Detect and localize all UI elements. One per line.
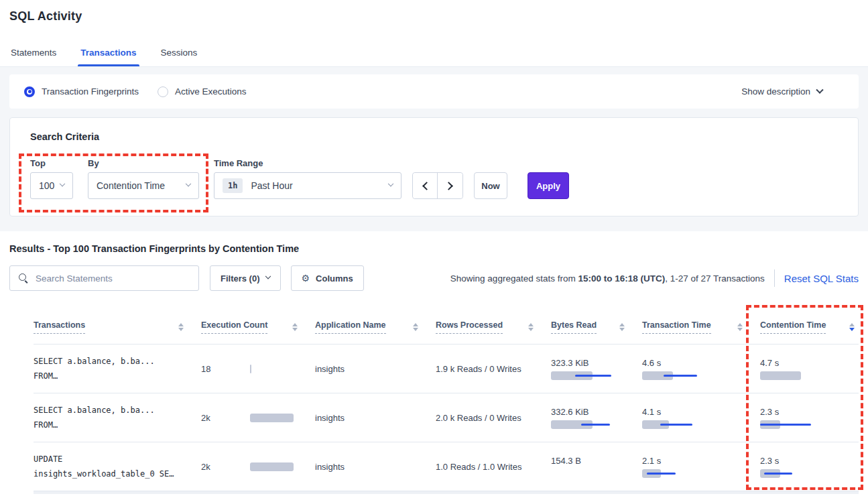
application-name-cell: insights — [315, 413, 436, 423]
tab-sessions[interactable]: Sessions — [160, 41, 199, 66]
page-header: SQL Activity Statements Transactions Ses… — [0, 0, 868, 67]
radio-unselected-icon[interactable] — [158, 86, 168, 97]
bytes-read-cell: 154.3 B — [551, 456, 642, 478]
application-name-cell: insights — [315, 364, 436, 374]
transaction-time-bar — [642, 371, 709, 380]
results-section: Results - Top 100 Transaction Fingerprin… — [0, 243, 868, 494]
table-bottom-strip — [34, 491, 859, 494]
chevron-down-icon — [265, 273, 270, 279]
sql-activity-page: SQL Activity Statements Transactions Ses… — [0, 0, 868, 496]
previous-time-button[interactable] — [413, 173, 438, 198]
view-toggle-bar: Transaction Fingerprints Active Executio… — [9, 74, 859, 109]
chevron-down-icon — [186, 181, 191, 186]
transactions-table: Transactions Execution Count Application… — [9, 310, 859, 494]
radio-selected-icon[interactable] — [24, 86, 35, 97]
table-header-row: Transactions Execution Count Application… — [34, 310, 859, 344]
transaction-fingerprint-link[interactable]: SELECT a.balance, b.ba... FROM… — [34, 406, 201, 430]
by-select[interactable]: Contention Time — [88, 172, 199, 199]
sort-icon[interactable] — [737, 323, 743, 331]
execution-count-cell: 2k — [201, 462, 315, 472]
next-time-button[interactable] — [438, 173, 462, 198]
radio-transaction-fingerprints[interactable]: Transaction Fingerprints — [24, 86, 139, 97]
arrow-right-icon — [444, 182, 453, 190]
by-field: By Contention Time — [88, 158, 199, 199]
chevron-down-icon — [388, 181, 393, 186]
time-range-select[interactable]: 1h Past Hour — [214, 172, 401, 199]
column-header-transaction-time[interactable]: Transaction Time — [642, 320, 760, 334]
criteria-controls: Top 100 By Contention Time Time Range — [30, 158, 858, 199]
top-select[interactable]: 100 — [30, 172, 73, 199]
sort-icon[interactable] — [178, 323, 184, 331]
chevron-down-icon — [816, 86, 823, 93]
contention-time-bar — [760, 371, 827, 380]
transaction-time-bar — [642, 420, 709, 429]
column-header-application-name[interactable]: Application Name — [315, 320, 436, 334]
bytes-read-bar — [551, 420, 618, 429]
table-row[interactable]: SELECT a.balance, b.ba... FROM… 2k insig… — [34, 393, 859, 442]
time-step-buttons — [412, 172, 463, 199]
filters-button[interactable]: Filters (0) — [210, 265, 281, 291]
page-title: SQL Activity — [9, 9, 859, 23]
divider — [774, 269, 775, 287]
time-range-field: Time Range 1h Past Hour — [214, 158, 401, 199]
reset-sql-stats-link[interactable]: Reset SQL Stats — [784, 273, 859, 284]
table-row[interactable]: SELECT a.balance, b.ba... FROM… 18 insig… — [34, 344, 859, 393]
show-description-toggle[interactable]: Show description — [741, 86, 841, 97]
rows-processed-cell: 1.0 Reads / 1.0 Writes — [436, 462, 551, 472]
column-header-bytes-read[interactable]: Bytes Read — [551, 320, 642, 334]
chevron-down-icon — [60, 181, 65, 186]
contention-time-bar — [760, 420, 827, 429]
application-name-cell: insights — [315, 462, 436, 472]
transaction-time-cell: 2.1 s — [642, 456, 760, 478]
bytes-read-cell: 323.3 KiB — [551, 358, 642, 380]
transaction-time-cell: 4.1 s — [642, 407, 760, 429]
radio-active-executions[interactable]: Active Executions — [158, 86, 247, 97]
bytes-read-cell: 332.6 KiB — [551, 407, 642, 429]
execution-count-bar — [250, 365, 315, 373]
contention-time-cell: 2.3 s — [760, 407, 859, 429]
transaction-fingerprint-link[interactable]: UPDATE insights_workload_table_0 SE… — [34, 454, 201, 479]
results-heading: Results - Top 100 Transaction Fingerprin… — [9, 243, 859, 254]
table-row[interactable]: UPDATE insights_workload_table_0 SE… 2k … — [34, 442, 859, 491]
bytes-read-bar — [551, 371, 618, 380]
rows-processed-cell: 2.0 k Reads / 0 Writes — [436, 413, 551, 423]
search-icon — [18, 273, 29, 284]
sort-icon[interactable] — [528, 323, 534, 331]
sort-icon[interactable] — [292, 323, 298, 331]
tab-transactions[interactable]: Transactions — [79, 41, 137, 66]
top-field: Top 100 — [30, 158, 73, 199]
sort-icon[interactable] — [413, 323, 418, 331]
sort-icon[interactable] — [849, 323, 855, 331]
sort-icon[interactable] — [619, 323, 625, 331]
execution-count-bar — [250, 462, 315, 471]
rows-processed-cell: 1.9 k Reads / 0 Writes — [436, 364, 551, 374]
transaction-time-bar — [642, 469, 709, 478]
contention-time-bar — [760, 469, 827, 478]
now-button[interactable]: Now — [474, 172, 507, 199]
tab-statements[interactable]: Statements — [9, 41, 58, 66]
gear-icon: ⚙ — [302, 273, 310, 284]
aggregated-stats-text: Showing aggregated stats from 15:00 to 1… — [450, 273, 765, 284]
search-input[interactable] — [36, 273, 192, 284]
columns-button[interactable]: ⚙ Columns — [291, 265, 364, 291]
column-header-execution-count[interactable]: Execution Count — [201, 320, 315, 334]
search-criteria-card: Search Criteria Top 100 By Contention Ti… — [9, 117, 859, 216]
column-header-rows-processed[interactable]: Rows Processed — [436, 320, 551, 334]
contention-time-cell: 2.3 s — [760, 456, 859, 478]
transaction-fingerprint-link[interactable]: SELECT a.balance, b.ba... FROM… — [34, 357, 201, 381]
search-criteria-heading: Search Criteria — [30, 131, 858, 142]
apply-button[interactable]: Apply — [528, 172, 569, 199]
execution-count-cell: 18 — [201, 364, 315, 374]
execution-count-bar — [250, 414, 315, 422]
column-header-transactions[interactable]: Transactions — [34, 320, 201, 334]
results-toolbar: Filters (0) ⚙ Columns Showing aggregated… — [9, 265, 859, 291]
search-statements-box[interactable] — [9, 265, 199, 291]
arrow-left-icon — [422, 182, 431, 190]
contention-time-cell: 4.7 s — [760, 358, 859, 380]
tab-bar: Statements Transactions Sessions — [9, 41, 198, 66]
time-range-badge: 1h — [223, 178, 243, 193]
transaction-time-cell: 4.6 s — [642, 358, 760, 380]
criteria-band: Transaction Fingerprints Active Executio… — [0, 67, 868, 231]
execution-count-cell: 2k — [201, 413, 315, 423]
column-header-contention-time[interactable]: Contention Time — [760, 320, 859, 334]
